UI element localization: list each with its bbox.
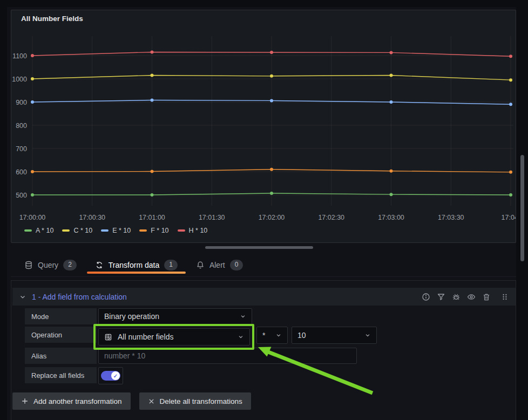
svg-text:17:02:00: 17:02:00	[259, 214, 285, 221]
eye-icon[interactable]	[467, 293, 476, 301]
tab-alert[interactable]: Alert 0	[187, 254, 252, 276]
legend-label: A * 10	[36, 227, 53, 234]
chart-panel: 5006007008009001000110017:00:0017:00:301…	[11, 10, 516, 243]
active-tab-underline	[87, 272, 186, 274]
operator-value: *	[262, 331, 265, 340]
svg-text:17:03:00: 17:03:00	[378, 214, 404, 221]
mode-select-value: Binary operation	[104, 312, 159, 321]
add-transformation-button[interactable]: Add another transformation	[12, 392, 131, 410]
calc-grid-icon	[104, 333, 112, 341]
transformation-actions	[422, 293, 509, 301]
legend-swatch	[24, 229, 32, 232]
tab-label: Alert	[209, 261, 225, 269]
legend: A * 10C * 10E * 10F * 10H * 10	[24, 227, 207, 234]
transformation-header: 1 - Add field from calculation	[12, 288, 516, 306]
bug-icon[interactable]	[452, 293, 461, 301]
toggle-check-icon: ✓	[111, 371, 120, 380]
editor-tabs: Query 2 Transform data 1 Alert 0	[11, 254, 516, 277]
svg-text:1100: 1100	[12, 52, 27, 60]
close-icon	[148, 398, 155, 405]
transform-icon	[95, 261, 104, 269]
panel-title: All Number Fields	[21, 15, 83, 23]
operand-value: 10	[297, 331, 306, 340]
legend-item[interactable]: H * 10	[178, 227, 208, 234]
bell-icon	[196, 261, 205, 269]
grafana-panel-editor: { "panel": { "title": "All Number Fields…	[0, 0, 528, 420]
svg-text:600: 600	[16, 168, 27, 176]
tab-count-badge: 0	[230, 260, 243, 270]
chevron-down-icon	[238, 334, 244, 340]
legend-swatch	[178, 229, 185, 232]
chevron-down-icon	[240, 313, 246, 320]
svg-text:800: 800	[16, 122, 27, 130]
timeseries-chart: 5006007008009001000110017:00:0017:00:301…	[11, 10, 516, 232]
replace-all-fields-toggle[interactable]: ✓	[98, 367, 123, 384]
tab-query[interactable]: Query 2	[15, 254, 86, 276]
legend-label: H * 10	[189, 227, 208, 234]
collapse-chevron-icon[interactable]	[19, 293, 26, 301]
svg-text:17:00:00: 17:00:00	[19, 214, 46, 221]
legend-swatch	[101, 229, 109, 232]
legend-swatch	[62, 229, 70, 232]
filter-icon[interactable]	[437, 293, 445, 301]
operation-left-select[interactable]: All number fields	[98, 328, 250, 346]
legend-label: C * 10	[73, 227, 92, 234]
svg-text:500: 500	[16, 192, 27, 199]
operand-select[interactable]: 10	[292, 327, 377, 344]
tab-transform-data[interactable]: Transform data 1	[86, 254, 187, 276]
toggle-on: ✓	[101, 371, 120, 381]
legend-item[interactable]: C * 10	[62, 227, 92, 234]
legend-item[interactable]: E * 10	[101, 227, 131, 234]
transformation-editor: 1 - Add field from calculation	[11, 280, 516, 420]
transformation-footer: Add another transformation Delete all tr…	[12, 392, 251, 410]
svg-text:17:01:00: 17:01:00	[139, 214, 165, 221]
svg-text:17:04:: 17:04:	[502, 214, 516, 221]
mode-label: Mode	[25, 308, 97, 324]
replace-all-fields-label: Replace all fields	[25, 367, 97, 383]
trash-icon[interactable]	[482, 293, 491, 301]
mode-select[interactable]: Binary operation	[98, 308, 252, 324]
database-icon	[24, 261, 33, 269]
tab-label: Query	[38, 261, 58, 269]
svg-text:700: 700	[16, 145, 27, 153]
chevron-down-icon	[275, 332, 282, 338]
tab-count-badge: 1	[164, 260, 178, 270]
chevron-down-icon	[364, 332, 371, 338]
drag-handle-icon[interactable]	[500, 293, 509, 301]
legend-item[interactable]: F * 10	[139, 227, 168, 234]
svg-text:17:01:30: 17:01:30	[199, 214, 225, 221]
alias-input[interactable]	[98, 348, 357, 364]
svg-text:1000: 1000	[12, 76, 27, 83]
legend-label: E * 10	[112, 227, 131, 234]
scrollbar-track	[516, 0, 528, 420]
svg-text:17:00:30: 17:00:30	[79, 214, 105, 221]
page-edge-left	[0, 0, 7, 420]
alias-label: Alias	[25, 348, 97, 364]
svg-text:17:02:30: 17:02:30	[318, 214, 344, 221]
transformation-title[interactable]: 1 - Add field from calculation	[32, 293, 127, 301]
delete-all-transformations-button[interactable]: Delete all transformations	[139, 392, 251, 410]
plus-icon	[21, 397, 29, 405]
operator-select[interactable]: *	[256, 327, 288, 344]
svg-text:900: 900	[16, 99, 27, 106]
operation-label: Operation	[25, 327, 97, 343]
legend-label: F * 10	[151, 227, 168, 234]
info-icon[interactable]	[422, 293, 430, 301]
legend-item[interactable]: A * 10	[24, 227, 53, 234]
svg-text:17:03:30: 17:03:30	[438, 214, 464, 221]
tab-count-badge: 2	[63, 260, 77, 270]
page-edge-top	[0, 0, 528, 7]
tab-label: Transform data	[109, 261, 159, 269]
vertical-scrollbar-thumb[interactable]	[520, 155, 524, 261]
operation-left-value: All number fields	[118, 333, 174, 341]
legend-swatch	[139, 229, 147, 232]
pane-resize-handle[interactable]	[205, 246, 313, 249]
